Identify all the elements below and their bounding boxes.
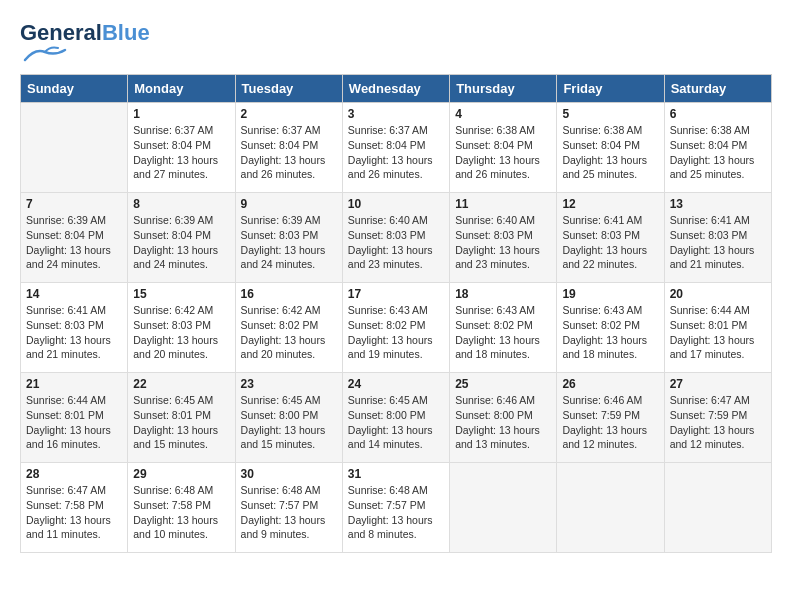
day-number: 2 — [241, 107, 337, 121]
calendar-day-cell: 16Sunrise: 6:42 AMSunset: 8:02 PMDayligh… — [235, 283, 342, 373]
day-info-line: and 20 minutes. — [133, 347, 229, 362]
day-info-line: Sunset: 8:01 PM — [26, 408, 122, 423]
day-number: 30 — [241, 467, 337, 481]
day-number: 18 — [455, 287, 551, 301]
day-number: 1 — [133, 107, 229, 121]
day-info-line: Sunset: 8:04 PM — [562, 138, 658, 153]
calendar-day-cell: 30Sunrise: 6:48 AMSunset: 7:57 PMDayligh… — [235, 463, 342, 553]
day-info-line: and 21 minutes. — [670, 257, 766, 272]
calendar-day-header: Wednesday — [342, 75, 449, 103]
day-number: 29 — [133, 467, 229, 481]
day-info-line: Sunrise: 6:45 AM — [241, 393, 337, 408]
day-info-line: and 26 minutes. — [348, 167, 444, 182]
day-number: 6 — [670, 107, 766, 121]
calendar: SundayMondayTuesdayWednesdayThursdayFrid… — [20, 74, 772, 553]
calendar-week-row: 14Sunrise: 6:41 AMSunset: 8:03 PMDayligh… — [21, 283, 772, 373]
day-info-line: Sunrise: 6:43 AM — [455, 303, 551, 318]
calendar-day-cell: 4Sunrise: 6:38 AMSunset: 8:04 PMDaylight… — [450, 103, 557, 193]
calendar-day-cell: 14Sunrise: 6:41 AMSunset: 8:03 PMDayligh… — [21, 283, 128, 373]
day-number: 24 — [348, 377, 444, 391]
day-info-line: and 22 minutes. — [562, 257, 658, 272]
day-info-line: Sunrise: 6:42 AM — [133, 303, 229, 318]
day-info-line: Daylight: 13 hours — [348, 153, 444, 168]
day-info-line: Sunset: 8:02 PM — [562, 318, 658, 333]
day-info-line: Sunset: 8:01 PM — [670, 318, 766, 333]
calendar-day-cell: 25Sunrise: 6:46 AMSunset: 8:00 PMDayligh… — [450, 373, 557, 463]
day-number: 4 — [455, 107, 551, 121]
day-number: 10 — [348, 197, 444, 211]
day-info-line: Sunset: 7:58 PM — [133, 498, 229, 513]
calendar-day-cell: 13Sunrise: 6:41 AMSunset: 8:03 PMDayligh… — [664, 193, 771, 283]
day-info-line: Sunset: 8:02 PM — [241, 318, 337, 333]
calendar-day-cell — [450, 463, 557, 553]
calendar-header-row: SundayMondayTuesdayWednesdayThursdayFrid… — [21, 75, 772, 103]
day-info-line: Sunset: 8:03 PM — [670, 228, 766, 243]
day-info-line: Sunrise: 6:39 AM — [241, 213, 337, 228]
day-info-line: Sunset: 8:03 PM — [26, 318, 122, 333]
day-info-line: Sunrise: 6:43 AM — [562, 303, 658, 318]
day-info-line: Sunrise: 6:37 AM — [133, 123, 229, 138]
calendar-day-cell: 3Sunrise: 6:37 AMSunset: 8:04 PMDaylight… — [342, 103, 449, 193]
calendar-day-cell: 9Sunrise: 6:39 AMSunset: 8:03 PMDaylight… — [235, 193, 342, 283]
day-info-line: Daylight: 13 hours — [133, 243, 229, 258]
day-info-line: Daylight: 13 hours — [455, 153, 551, 168]
day-info-line: Sunset: 8:02 PM — [455, 318, 551, 333]
day-info-line: Sunrise: 6:44 AM — [26, 393, 122, 408]
day-info-line: and 16 minutes. — [26, 437, 122, 452]
day-info-line: Daylight: 13 hours — [670, 243, 766, 258]
day-info-line: and 24 minutes. — [26, 257, 122, 272]
day-info-line: Sunset: 8:00 PM — [455, 408, 551, 423]
logo-bird-icon — [20, 46, 70, 64]
day-number: 3 — [348, 107, 444, 121]
day-info-line: Sunrise: 6:39 AM — [133, 213, 229, 228]
day-number: 19 — [562, 287, 658, 301]
day-info-line: Sunset: 8:04 PM — [133, 228, 229, 243]
day-info-line: Daylight: 13 hours — [241, 153, 337, 168]
day-info-line: Sunset: 8:03 PM — [455, 228, 551, 243]
day-info-line: Daylight: 13 hours — [670, 423, 766, 438]
logo-text: GeneralBlue — [20, 20, 150, 46]
day-info-line: Sunset: 8:04 PM — [455, 138, 551, 153]
calendar-week-row: 28Sunrise: 6:47 AMSunset: 7:58 PMDayligh… — [21, 463, 772, 553]
day-number: 5 — [562, 107, 658, 121]
day-info-line: and 23 minutes. — [455, 257, 551, 272]
day-info-line: and 18 minutes. — [455, 347, 551, 362]
calendar-day-cell: 1Sunrise: 6:37 AMSunset: 8:04 PMDaylight… — [128, 103, 235, 193]
calendar-day-header: Saturday — [664, 75, 771, 103]
day-info-line: Sunrise: 6:38 AM — [670, 123, 766, 138]
day-info-line: and 11 minutes. — [26, 527, 122, 542]
day-info-line: Sunrise: 6:43 AM — [348, 303, 444, 318]
calendar-day-cell: 31Sunrise: 6:48 AMSunset: 7:57 PMDayligh… — [342, 463, 449, 553]
day-info-line: Sunset: 8:03 PM — [133, 318, 229, 333]
day-info-line: Sunrise: 6:37 AM — [241, 123, 337, 138]
day-info-line: and 13 minutes. — [455, 437, 551, 452]
calendar-day-cell: 8Sunrise: 6:39 AMSunset: 8:04 PMDaylight… — [128, 193, 235, 283]
day-info-line: Daylight: 13 hours — [26, 513, 122, 528]
day-info-line: Daylight: 13 hours — [348, 513, 444, 528]
calendar-day-cell — [664, 463, 771, 553]
day-info-line: and 24 minutes. — [133, 257, 229, 272]
day-info-line: Daylight: 13 hours — [133, 153, 229, 168]
calendar-day-cell: 19Sunrise: 6:43 AMSunset: 8:02 PMDayligh… — [557, 283, 664, 373]
day-info-line: Sunset: 7:58 PM — [26, 498, 122, 513]
day-info-line: Daylight: 13 hours — [241, 333, 337, 348]
day-info-line: Sunrise: 6:39 AM — [26, 213, 122, 228]
day-info-line: Sunrise: 6:40 AM — [348, 213, 444, 228]
day-info-line: Daylight: 13 hours — [241, 423, 337, 438]
day-number: 21 — [26, 377, 122, 391]
day-info-line: and 12 minutes. — [670, 437, 766, 452]
day-info-line: Daylight: 13 hours — [348, 243, 444, 258]
day-info-line: Sunset: 8:04 PM — [241, 138, 337, 153]
day-number: 13 — [670, 197, 766, 211]
day-number: 15 — [133, 287, 229, 301]
day-number: 23 — [241, 377, 337, 391]
day-info-line: Daylight: 13 hours — [455, 243, 551, 258]
day-number: 12 — [562, 197, 658, 211]
day-number: 7 — [26, 197, 122, 211]
day-info-line: and 18 minutes. — [562, 347, 658, 362]
calendar-day-cell: 26Sunrise: 6:46 AMSunset: 7:59 PMDayligh… — [557, 373, 664, 463]
day-info-line: and 27 minutes. — [133, 167, 229, 182]
day-info-line: and 12 minutes. — [562, 437, 658, 452]
day-info-line: Daylight: 13 hours — [562, 243, 658, 258]
day-info-line: Sunrise: 6:47 AM — [670, 393, 766, 408]
